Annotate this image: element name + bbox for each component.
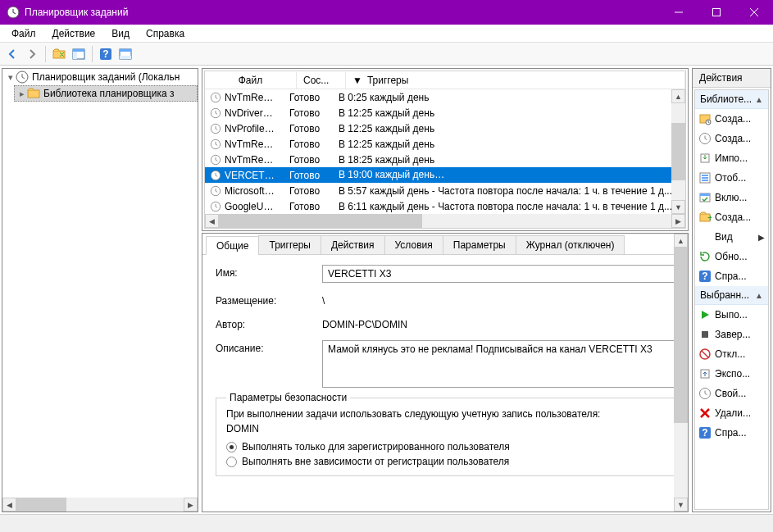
scheduler-icon: [16, 70, 29, 84]
tab-general[interactable]: Общие: [206, 236, 259, 255]
tab-conditions[interactable]: Условия: [384, 235, 443, 254]
action-refresh[interactable]: Обно...: [695, 247, 768, 266]
task-row[interactable]: NvTmRep_C...ГотовоВ 18:25 каждый день: [205, 152, 685, 167]
toolbar: ?: [0, 43, 773, 66]
task-row[interactable]: NvProfileUp...ГотовоВ 12:25 каждый день: [205, 120, 685, 136]
details-tabs: Общие Триггеры Действия Условия Параметр…: [202, 234, 688, 255]
location-value: \: [322, 293, 675, 307]
actions-group-selected[interactable]: Выбранн...▲: [695, 286, 768, 305]
action-create-basic[interactable]: Созда...: [695, 109, 768, 129]
radio-run-any[interactable]: Выполнять вне зависимости от регистрации…: [226, 456, 664, 467]
column-triggers[interactable]: ▼Триггеры: [346, 72, 685, 89]
main-area: ▾ Планировщик заданий (Локальн ▸ Библиот…: [0, 66, 773, 514]
security-legend: Параметры безопасности: [226, 392, 350, 403]
svg-rect-10: [120, 56, 131, 59]
details-vertical-scrollbar[interactable]: ▲▼: [674, 234, 688, 512]
action-properties[interactable]: Свой...: [695, 384, 768, 403]
action-export[interactable]: Экспо...: [695, 364, 768, 384]
action-disable[interactable]: Откл...: [695, 344, 768, 364]
name-field[interactable]: VERCETTI X3: [322, 265, 675, 283]
column-file[interactable]: Файл: [205, 72, 297, 89]
action-enable-history[interactable]: Вклю...: [695, 188, 768, 207]
svg-rect-30: [700, 193, 710, 196]
action-help[interactable]: ?Спра...: [695, 423, 768, 443]
tab-triggers[interactable]: Триггеры: [258, 235, 321, 254]
tab-actions[interactable]: Действия: [321, 235, 385, 254]
radio-run-logged-in[interactable]: Выполнять только для зарегистрированного…: [226, 441, 664, 452]
tree-expander-icon[interactable]: ▾: [6, 72, 16, 83]
task-row[interactable]: NvTmRep_C...ГотовоВ 0:25 каждый день: [205, 89, 685, 105]
description-label: Описание:: [216, 340, 322, 354]
action-display-running[interactable]: Отоб...: [695, 168, 768, 188]
radio-icon: [226, 442, 237, 452]
tab-history[interactable]: Журнал (отключен): [516, 235, 625, 254]
column-status[interactable]: Сос...: [297, 72, 346, 89]
task-row[interactable]: VERCETTI X3ГотовоВ 19:00 каждый день - Ч…: [205, 167, 685, 183]
svg-rect-4: [73, 49, 84, 52]
svg-rect-9: [120, 49, 131, 52]
action-import[interactable]: Импо...: [695, 148, 768, 168]
task-row[interactable]: NvDriverUp...ГотовоВ 12:25 каждый день: [205, 105, 685, 120]
chevron-up-icon: ▲: [755, 95, 763, 104]
task-row[interactable]: GoogleUpda...ГотовоВ 6:11 каждый день - …: [205, 198, 685, 214]
name-label: Имя:: [216, 265, 322, 279]
radio-icon: [226, 457, 237, 467]
back-button[interactable]: [3, 45, 21, 63]
task-details: Общие Триггеры Действия Условия Параметр…: [202, 233, 689, 512]
svg-text:?: ?: [702, 271, 707, 282]
task-row[interactable]: NvTmRep_C...ГотовоВ 12:25 каждый день: [205, 136, 685, 152]
action-run[interactable]: Выпо...: [695, 305, 768, 325]
security-user: DOMIN: [226, 423, 664, 434]
security-fieldset: Параметры безопасности При выполнении за…: [216, 398, 675, 476]
toolbar-detail-button[interactable]: [116, 45, 134, 63]
menu-bar: Файл Действие Вид Справка: [0, 25, 773, 43]
action-new-folder[interactable]: +Созда...: [695, 207, 768, 227]
sort-indicator-icon: ▼: [352, 75, 362, 86]
action-help[interactable]: ?Спра...: [695, 266, 768, 286]
toolbar-folder-button[interactable]: [50, 45, 68, 63]
actions-group-library[interactable]: Библиоте...▲: [695, 90, 768, 109]
tree-horizontal-scrollbar[interactable]: ◀▶: [2, 498, 198, 512]
author-value: DOMIN-PC\DOMIN: [322, 316, 675, 330]
svg-text:?: ?: [102, 48, 108, 60]
close-button[interactable]: [735, 0, 773, 25]
tree-library-label: Библиотека планировщика з: [43, 88, 174, 99]
maximize-button[interactable]: [698, 0, 735, 25]
menu-file[interactable]: Файл: [3, 26, 44, 41]
tree-root[interactable]: ▾ Планировщик заданий (Локальн: [2, 69, 198, 85]
folder-icon: [27, 87, 40, 100]
tab-settings[interactable]: Параметры: [443, 235, 516, 254]
action-delete[interactable]: Удали...: [695, 403, 768, 423]
tree-expander-icon[interactable]: ▸: [17, 89, 27, 99]
tree-root-label: Планировщик заданий (Локальн: [32, 71, 180, 83]
window-title: Планировщик заданий: [25, 7, 660, 18]
svg-rect-12: [28, 90, 39, 98]
menu-help[interactable]: Справка: [138, 26, 193, 41]
tasks-horizontal-scrollbar[interactable]: ◀▶: [205, 214, 685, 228]
title-bar: Планировщик заданий: [0, 0, 773, 25]
task-list-header: Файл Сос... ▼Триггеры: [205, 71, 685, 89]
menu-action[interactable]: Действие: [44, 26, 104, 41]
author-label: Автор:: [216, 316, 322, 330]
action-view[interactable]: Вид▶: [695, 227, 768, 247]
menu-view[interactable]: Вид: [103, 26, 138, 41]
minimize-button[interactable]: [660, 0, 698, 25]
action-create[interactable]: Созда...: [695, 129, 768, 148]
security-text: При выполнении задачи использовать следу…: [226, 408, 664, 420]
action-end[interactable]: Завер...: [695, 325, 768, 344]
toolbar-help-button[interactable]: ?: [97, 45, 115, 63]
task-row[interactable]: MicrosoftEd...ГотовоВ 5:57 каждый день -…: [205, 183, 685, 198]
task-list: Файл Сос... ▼Триггеры NvTmRep_C...Готово…: [202, 68, 689, 231]
svg-rect-28: [702, 180, 708, 181]
svg-rect-1: [713, 9, 721, 16]
app-icon: [7, 6, 20, 19]
toolbar-panes-button[interactable]: [70, 45, 88, 63]
forward-button[interactable]: [23, 45, 41, 63]
description-field[interactable]: [322, 340, 675, 388]
tree-library[interactable]: ▸ Библиотека планировщика з: [14, 85, 198, 102]
tasks-vertical-scrollbar[interactable]: ▲▼: [671, 89, 685, 214]
center-panel: Файл Сос... ▼Триггеры NvTmRep_C...Готово…: [200, 66, 690, 514]
svg-rect-26: [702, 175, 708, 176]
status-bar: [0, 514, 773, 532]
actions-panel: Действия Библиоте...▲ Созда...Созда...Им…: [692, 68, 771, 512]
